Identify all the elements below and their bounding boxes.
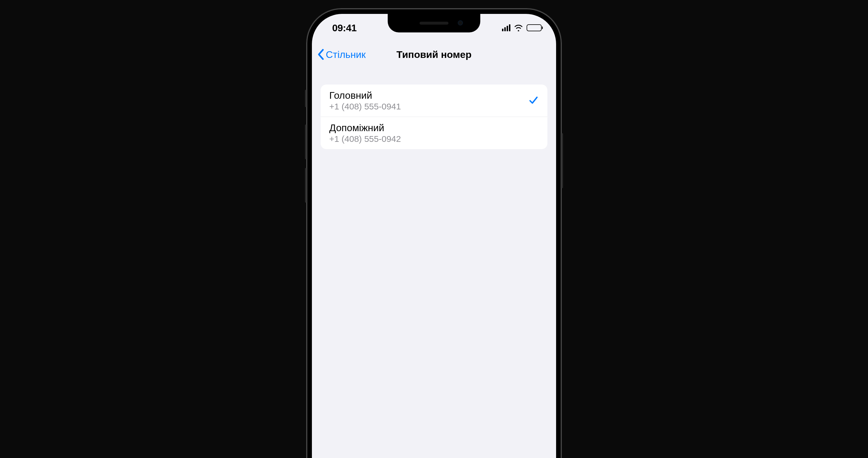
chevron-left-icon: [317, 49, 324, 60]
option-number: +1 (408) 555-0941: [329, 102, 528, 111]
status-icons: [502, 24, 541, 31]
volume-up-button: [305, 124, 307, 159]
power-button: [561, 133, 563, 188]
option-text: Допоміжний +1 (408) 555-0942: [329, 122, 539, 144]
screen: 09:41: [312, 14, 556, 458]
back-label: Стільник: [326, 49, 366, 60]
notch: [388, 14, 480, 32]
checkmark-icon: [528, 95, 539, 107]
options-group: Головний +1 (408) 555-0941 Допоміжний: [320, 85, 548, 149]
navigation-bar: Стільник Типовий номер: [312, 42, 556, 67]
speaker-grille: [420, 22, 448, 25]
option-primary[interactable]: Головний +1 (408) 555-0941: [320, 85, 548, 117]
content: Головний +1 (408) 555-0941 Допоміжний: [312, 67, 556, 149]
back-button[interactable]: Стільник: [317, 49, 366, 60]
cellular-icon: [502, 24, 510, 31]
wifi-icon: [514, 24, 523, 31]
option-secondary[interactable]: Допоміжний +1 (408) 555-0942: [320, 117, 548, 149]
option-number: +1 (408) 555-0942: [329, 134, 539, 144]
front-camera: [458, 20, 463, 26]
status-time: 09:41: [332, 22, 356, 34]
option-label: Допоміжний: [329, 122, 539, 134]
phone-frame: 09:41: [307, 9, 561, 458]
page-title: Типовий номер: [396, 49, 472, 60]
option-label: Головний: [329, 90, 528, 101]
volume-down-button: [305, 168, 307, 203]
mute-switch: [305, 90, 307, 107]
battery-icon: [527, 24, 541, 31]
option-text: Головний +1 (408) 555-0941: [329, 90, 528, 111]
